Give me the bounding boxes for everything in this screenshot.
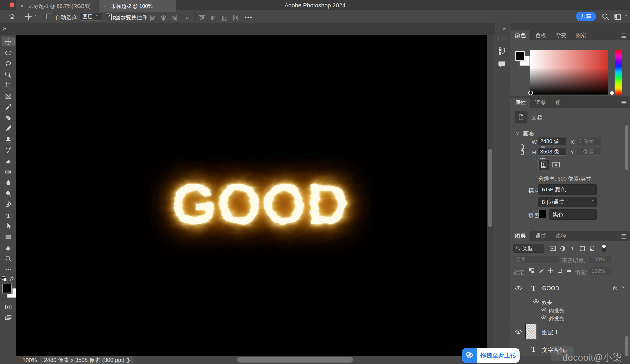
- lock-artboard-icon[interactable]: [557, 268, 563, 274]
- comments-panel-icon[interactable]: [497, 59, 506, 69]
- foreground-color-swatch-small[interactable]: [515, 51, 525, 61]
- search-icon[interactable]: [601, 12, 610, 21]
- opacity-field[interactable]: 100% ˇ: [589, 256, 612, 263]
- fill-color-swatch[interactable]: [538, 210, 546, 218]
- pen-tool[interactable]: [4, 200, 13, 209]
- tab-channels[interactable]: 通道: [530, 231, 551, 241]
- inner-glow-label[interactable]: 内发光: [549, 307, 564, 314]
- canvas-section-chevron-icon[interactable]: ∨: [516, 131, 519, 136]
- layer-fill-field[interactable]: 100% ˇ: [589, 267, 612, 275]
- blend-mode-dropdown[interactable]: 正常 ˇ: [513, 256, 559, 263]
- default-colors-icon[interactable]: [1, 275, 8, 282]
- saturation-brightness-field[interactable]: [530, 50, 608, 94]
- align-top-edges-icon[interactable]: [198, 14, 206, 21]
- properties-scrollbar-thumb[interactable]: [626, 125, 628, 170]
- filter-smart-objects-icon[interactable]: [589, 245, 596, 251]
- vertical-scrollbar-thumb[interactable]: [488, 149, 492, 227]
- zoom-level-field[interactable]: 100%: [22, 357, 37, 364]
- brush-tool[interactable]: [4, 124, 13, 133]
- document-tab-1[interactable]: × 未标题-1 @ 66.7%(RGB/8) *: [16, 0, 99, 12]
- auto-select-checkbox[interactable]: [46, 13, 52, 19]
- home-icon[interactable]: [8, 12, 16, 20]
- zoom-tool[interactable]: [4, 254, 13, 263]
- mode-dropdown[interactable]: RGB 颜色 ˇ: [538, 184, 597, 195]
- type-tool[interactable]: T: [4, 211, 13, 220]
- dodge-tool[interactable]: [4, 189, 13, 198]
- tab-paths[interactable]: 路径: [551, 231, 571, 241]
- tab-adjustments[interactable]: 调整: [530, 98, 551, 108]
- lasso-tool[interactable]: [4, 59, 13, 68]
- tab-properties[interactable]: 属性: [510, 98, 530, 108]
- align-bottom-edges-icon[interactable]: [221, 14, 228, 21]
- document-dimensions[interactable]: 2480 像素 x 3508 像素 (300 ppi) ❯: [40, 356, 134, 364]
- link-dimensions-icon[interactable]: [519, 144, 526, 156]
- portrait-orientation-button[interactable]: [538, 159, 549, 170]
- history-brush-tool[interactable]: [4, 146, 13, 155]
- collapse-panels-icon[interactable]: «: [502, 25, 505, 32]
- outer-glow-eye-icon[interactable]: [541, 315, 547, 320]
- width-field[interactable]: 2480 像素: [538, 137, 566, 145]
- quick-mask-icon[interactable]: [4, 302, 13, 312]
- filter-pixel-layers-icon[interactable]: [550, 246, 556, 251]
- history-panel-icon[interactable]: [497, 46, 506, 55]
- upload-drop-button[interactable]: 拖拽至此上传: [462, 348, 520, 363]
- tab-layers[interactable]: 图层: [510, 231, 530, 241]
- more-options-icon[interactable]: •••: [244, 14, 252, 21]
- eraser-tool[interactable]: [4, 157, 13, 166]
- screen-mode-icon[interactable]: [4, 313, 13, 322]
- panel-menu-icon[interactable]: [621, 33, 627, 38]
- eyedropper-tool[interactable]: [4, 102, 13, 112]
- edit-toolbar-icon[interactable]: [4, 265, 13, 274]
- hue-slider-handle[interactable]: [609, 90, 615, 96]
- blur-tool[interactable]: [4, 178, 13, 187]
- distribute-vertical-icon[interactable]: [232, 14, 239, 21]
- layer-row-good[interactable]: T GOOD fx ^: [510, 279, 630, 298]
- rectangle-tool[interactable]: [4, 232, 13, 242]
- path-selection-tool[interactable]: [4, 222, 13, 231]
- outer-glow-label[interactable]: 外发光: [549, 315, 564, 322]
- hand-tool[interactable]: [4, 243, 13, 252]
- gradient-tool[interactable]: [4, 167, 13, 177]
- distribute-horizontal-icon[interactable]: [184, 14, 191, 21]
- object-selection-tool[interactable]: [4, 70, 13, 79]
- foreground-color-swatch[interactable]: [2, 284, 12, 293]
- height-field[interactable]: 3508 像素: [538, 148, 566, 156]
- filter-toggle[interactable]: [600, 244, 608, 253]
- layer-name[interactable]: GOOD: [542, 285, 560, 292]
- workspace-chevron-icon[interactable]: ˇ: [625, 14, 627, 20]
- vertical-scrollbar[interactable]: [487, 35, 493, 356]
- align-left-edges-icon[interactable]: [149, 14, 156, 21]
- effects-eye-icon[interactable]: [533, 299, 539, 304]
- align-horizontal-centers-icon[interactable]: [160, 14, 167, 21]
- layer-name[interactable]: 图层 1: [542, 329, 558, 336]
- lock-transparency-icon[interactable]: [528, 268, 534, 274]
- x-field[interactable]: 0 像素: [576, 137, 601, 145]
- workspace-switcher-icon[interactable]: [614, 13, 622, 21]
- layer-fx-badge[interactable]: fx: [613, 285, 617, 292]
- tab-gradients[interactable]: 渐变: [551, 30, 571, 40]
- canvas-section-header[interactable]: 画布: [523, 130, 534, 137]
- auto-select-target-dropdown[interactable]: 图层 ˇ: [80, 12, 102, 21]
- collapse-effects-icon[interactable]: ^: [622, 285, 624, 291]
- y-field[interactable]: 0 像素: [576, 148, 601, 156]
- layer-row-layer1[interactable]: 图层 1: [510, 323, 630, 340]
- swap-colors-icon[interactable]: [8, 275, 15, 282]
- share-button[interactable]: 共享: [576, 12, 596, 21]
- tab-patterns[interactable]: 图案: [571, 30, 591, 40]
- tab-swatches[interactable]: 色板: [530, 30, 551, 40]
- expand-panel-icon[interactable]: »: [3, 25, 6, 32]
- layer-filter-dropdown[interactable]: 类型 ˇ: [513, 244, 544, 253]
- filter-adjustment-layers-icon[interactable]: [560, 246, 566, 251]
- close-tab-icon[interactable]: ×: [103, 0, 106, 12]
- color-cursor[interactable]: [528, 91, 533, 95]
- layer-thumbnail[interactable]: [526, 324, 536, 339]
- filter-shape-layers-icon[interactable]: [579, 246, 586, 251]
- lock-position-icon[interactable]: [548, 268, 554, 274]
- lock-pixels-icon[interactable]: [538, 268, 544, 274]
- frame-tool[interactable]: [4, 92, 13, 101]
- tab-color[interactable]: 颜色: [510, 30, 530, 40]
- document-tab-2[interactable]: × 未标题-2 @ 100%(RGB/8) *: [99, 0, 176, 12]
- panel-menu-icon[interactable]: [621, 234, 627, 239]
- align-vertical-centers-icon[interactable]: [210, 14, 217, 21]
- align-right-edges-icon[interactable]: [171, 14, 178, 21]
